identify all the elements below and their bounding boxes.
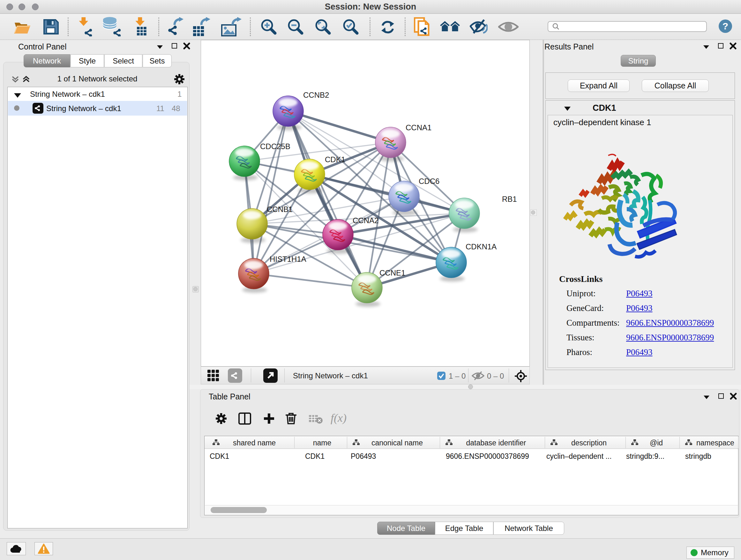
svg-text:HIST1H1A: HIST1H1A (270, 255, 307, 263)
svg-text:CCNA1: CCNA1 (406, 123, 431, 132)
svg-text:CCNE1: CCNE1 (380, 268, 405, 277)
svg-text:RB1: RB1 (502, 195, 517, 203)
svg-text:CCNB1: CCNB1 (267, 205, 293, 213)
svg-text:CDK1: CDK1 (325, 155, 345, 164)
svg-text:CDKN1A: CDKN1A (466, 242, 496, 251)
svg-text:CDC6: CDC6 (419, 177, 440, 186)
svg-text:CCNB2: CCNB2 (303, 91, 329, 99)
svg-text:CCNA2: CCNA2 (353, 216, 379, 225)
svg-text:CDC25B: CDC25B (260, 142, 290, 151)
